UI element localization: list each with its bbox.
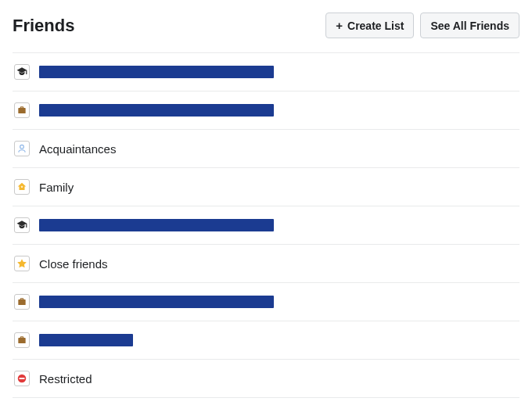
home-star-icon <box>14 179 30 195</box>
graduation-cap-icon <box>14 217 30 233</box>
person-outline-icon <box>14 141 30 156</box>
see-all-friends-label: See All Friends <box>430 20 509 32</box>
create-list-label: Create List <box>347 20 404 32</box>
redacted-label <box>39 66 274 78</box>
friend-lists-container: AcquaintancesFamilyClose friendsRestrict… <box>13 52 519 398</box>
list-item[interactable] <box>13 321 519 360</box>
list-item[interactable]: Restricted <box>13 360 519 398</box>
redacted-label <box>39 334 133 346</box>
redacted-label <box>39 219 274 231</box>
list-item[interactable] <box>13 283 519 321</box>
list-item[interactable] <box>13 206 519 245</box>
list-item[interactable]: Close friends <box>13 245 519 283</box>
friends-section-header: Friends + Create List See All Friends <box>13 13 519 52</box>
list-item[interactable] <box>13 53 519 91</box>
briefcase-icon <box>14 294 30 310</box>
header-actions: + Create List See All Friends <box>325 13 519 38</box>
list-item[interactable]: Family <box>13 168 519 206</box>
create-list-button[interactable]: + Create List <box>325 13 414 38</box>
list-item[interactable]: Acquaintances <box>13 130 519 168</box>
briefcase-icon <box>14 102 30 118</box>
svg-rect-1 <box>20 378 25 379</box>
list-item-label: Acquaintances <box>39 142 116 156</box>
graduation-cap-icon <box>14 64 30 80</box>
see-all-friends-button[interactable]: See All Friends <box>420 13 519 38</box>
list-item-label: Close friends <box>39 257 108 271</box>
redacted-label <box>39 104 274 117</box>
redacted-label <box>39 296 274 308</box>
list-item[interactable] <box>13 91 519 130</box>
list-item-label: Restricted <box>39 372 92 386</box>
list-item-label: Family <box>39 181 74 194</box>
restricted-icon <box>14 371 30 386</box>
briefcase-icon <box>14 332 30 348</box>
star-icon <box>14 256 30 271</box>
plus-icon: + <box>336 19 343 32</box>
page-title: Friends <box>13 16 74 36</box>
